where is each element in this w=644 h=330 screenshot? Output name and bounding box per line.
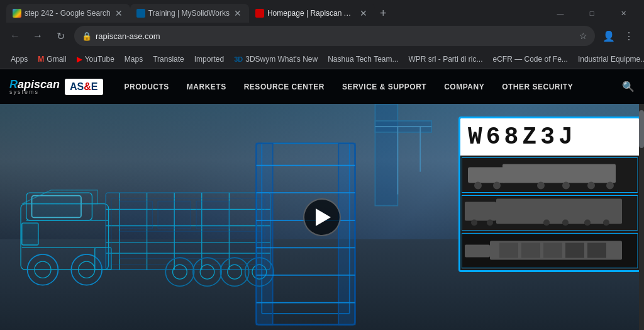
maps-label: Maps (125, 55, 143, 64)
tab-close-sw[interactable]: ✕ (233, 8, 243, 18)
svg-rect-74 (521, 243, 540, 258)
scan-image-2-svg (462, 195, 638, 231)
svg-rect-54 (493, 182, 501, 190)
svg-rect-65 (543, 220, 550, 226)
youtube-label: YouTube (85, 55, 114, 64)
account-icon[interactable]: 👤 (600, 27, 618, 45)
site-logo[interactable]: Rapiscan systems AS&E (9, 78, 103, 95)
wpr-label: WPR srl - Parti di ric... (408, 55, 482, 64)
tab-rapiscan[interactable]: Homepage | Rapiscan AS&E ✕ (249, 4, 375, 23)
svg-rect-3 (32, 195, 81, 217)
bookmark-ecfr[interactable]: eCFR — Code of Fe... (489, 53, 572, 65)
hero-section: W68Z3J (0, 104, 644, 330)
bookmark-gmail[interactable]: M Gmail (33, 53, 70, 65)
svg-point-20 (173, 265, 187, 279)
back-button[interactable]: ← (6, 27, 24, 45)
nashua-label: Nashua Tech Team... (328, 55, 398, 64)
site-search-icon[interactable]: 🔍 (622, 81, 635, 93)
scrollbar-thumb[interactable] (639, 110, 644, 148)
url-bar[interactable]: 🔒 rapiscan-ase.com ☆ (74, 26, 595, 46)
forward-button[interactable]: → (29, 27, 47, 45)
svg-rect-75 (543, 243, 562, 258)
svg-rect-71 (465, 245, 490, 258)
svg-rect-77 (587, 243, 606, 258)
scan-image-1-svg (462, 157, 638, 193)
nav-resource-center[interactable]: RESOURCE CENTER (235, 69, 333, 104)
bookmark-maps[interactable]: Maps (120, 53, 147, 65)
svg-rect-67 (584, 220, 591, 226)
bookmarks-bar: Apps M Gmail ▶ YouTube Maps Translate Im… (0, 49, 644, 69)
nav-markets[interactable]: MARKETS (178, 69, 235, 104)
svg-rect-76 (565, 243, 584, 258)
tabs-area: step 242 - Google Search ✕ Training | My… (6, 4, 540, 23)
tab-favicon-sw (136, 9, 145, 18)
tab-favicon-google (13, 9, 21, 18)
scan-images (460, 156, 639, 270)
scan-image-row-3 (462, 232, 638, 269)
bookmark-3dswym[interactable]: 3D 3DSwym What's New (230, 53, 322, 65)
svg-rect-61 (465, 202, 496, 221)
bookmark-apps[interactable]: Apps (6, 53, 32, 65)
nav-service-support[interactable]: SERVICE & SUPPORT (333, 69, 435, 104)
tab-solidworks[interactable]: Training | MySolidWorks ✕ (130, 4, 249, 23)
nav-products[interactable]: PRODUCTS (116, 69, 178, 104)
plate-number: W68Z3J (468, 123, 577, 151)
play-button[interactable] (303, 198, 341, 236)
play-icon (316, 208, 331, 226)
url-text: rapiscan-ase.com (96, 31, 575, 41)
imported-label: Imported (194, 55, 224, 64)
tab-title-sw: Training | MySolidWorks (148, 9, 230, 18)
svg-rect-45 (375, 104, 397, 206)
svg-rect-32 (158, 201, 191, 229)
bookmark-imported[interactable]: Imported (190, 53, 228, 65)
svg-rect-56 (562, 182, 570, 190)
tab-favicon-rapiscan (255, 9, 264, 18)
gmail-label: Gmail (47, 55, 66, 64)
website-content: Rapiscan systems AS&E PRODUCTS MARKETS R… (0, 69, 644, 330)
refresh-button[interactable]: ↻ (52, 27, 69, 45)
window-controls: — □ ✕ (546, 4, 638, 23)
svg-rect-62 (496, 199, 622, 224)
scan-result-panel: W68Z3J (458, 117, 641, 272)
svg-rect-73 (499, 243, 518, 258)
page-scrollbar[interactable] (639, 104, 644, 330)
tab-close-google[interactable]: ✕ (114, 8, 124, 18)
svg-rect-68 (603, 220, 609, 226)
nav-company[interactable]: COMPANY (435, 69, 493, 104)
bookmark-star-icon[interactable]: ☆ (579, 31, 587, 41)
svg-rect-58 (606, 182, 614, 190)
address-right-controls: 👤 ⋮ (600, 27, 638, 45)
bookmark-nashua[interactable]: Nashua Tech Team... (323, 53, 402, 65)
site-nav: Rapiscan systems AS&E PRODUCTS MARKETS R… (0, 69, 644, 104)
e-text: E (91, 81, 98, 92)
rapiscan-logo: Rapiscan systems (9, 78, 60, 95)
scan-image-row-1 (462, 157, 638, 193)
bookmark-translate[interactable]: Translate (148, 53, 189, 65)
browser-chrome: step 242 - Google Search ✕ Training | My… (0, 0, 644, 69)
new-tab-button[interactable]: + (375, 4, 392, 23)
svg-rect-63 (471, 220, 477, 226)
svg-rect-64 (487, 220, 493, 226)
svg-rect-53 (474, 182, 482, 190)
close-button[interactable]: ✕ (609, 4, 638, 23)
tab-close-rapiscan[interactable]: ✕ (358, 8, 369, 18)
scan-header: W68Z3J (460, 118, 639, 156)
3ds-icon: 3D (234, 55, 243, 63)
gmail-icon: M (38, 55, 44, 64)
bookmark-youtube[interactable]: ▶ YouTube (72, 53, 119, 65)
youtube-icon: ▶ (77, 55, 82, 64)
bookmark-industrial[interactable]: Industrial Equipme... (574, 53, 644, 65)
tab-google[interactable]: step 242 - Google Search ✕ (6, 4, 130, 23)
maximize-button[interactable]: □ (577, 4, 606, 23)
title-bar: step 242 - Google Search ✕ Training | My… (0, 0, 644, 23)
site-nav-items: PRODUCTS MARKETS RESOURCE CENTER SERVICE… (116, 69, 622, 104)
bookmark-wpr[interactable]: WPR srl - Parti di ric... (404, 53, 487, 65)
amp-text: & (84, 81, 91, 92)
more-options-icon[interactable]: ⋮ (620, 27, 638, 45)
scan-image-3-svg (462, 232, 638, 269)
3dswym-label: 3DSwym What's New (245, 55, 318, 64)
crane-arm-svg (322, 104, 451, 217)
scan-image-row-2 (462, 195, 638, 231)
minimize-button[interactable]: — (546, 4, 575, 23)
nav-other-security[interactable]: OTHER SECURITY (493, 69, 582, 104)
